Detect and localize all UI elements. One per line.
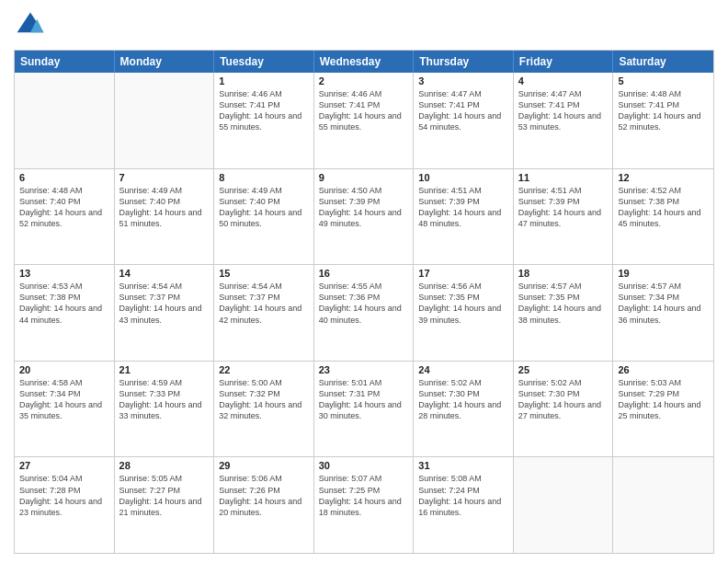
cell-detail: Sunrise: 4:51 AM Sunset: 7:39 PM Dayligh… xyxy=(518,185,609,230)
day-number: 16 xyxy=(319,268,409,279)
calendar-cell xyxy=(613,457,713,553)
day-number: 13 xyxy=(19,268,109,279)
calendar-row-1: 6Sunrise: 4:48 AM Sunset: 7:40 PM Daylig… xyxy=(15,168,713,265)
cell-detail: Sunrise: 4:51 AM Sunset: 7:39 PM Dayligh… xyxy=(418,185,508,230)
cell-detail: Sunrise: 4:57 AM Sunset: 7:34 PM Dayligh… xyxy=(618,281,709,326)
header-day-wednesday: Wednesday xyxy=(314,51,415,73)
cell-detail: Sunrise: 4:54 AM Sunset: 7:37 PM Dayligh… xyxy=(119,281,210,326)
header-day-friday: Friday xyxy=(514,51,614,73)
day-number: 5 xyxy=(618,75,709,86)
calendar-cell: 10Sunrise: 4:51 AM Sunset: 7:39 PM Dayli… xyxy=(414,169,514,265)
day-number: 14 xyxy=(119,268,210,279)
calendar-cell: 26Sunrise: 5:03 AM Sunset: 7:29 PM Dayli… xyxy=(613,362,713,457)
calendar-body: 1Sunrise: 4:46 AM Sunset: 7:41 PM Daylig… xyxy=(15,73,713,553)
calendar-cell: 8Sunrise: 4:49 AM Sunset: 7:40 PM Daylig… xyxy=(214,169,314,265)
cell-detail: Sunrise: 4:47 AM Sunset: 7:41 PM Dayligh… xyxy=(518,88,609,133)
day-number: 3 xyxy=(418,75,508,86)
calendar-cell: 12Sunrise: 4:52 AM Sunset: 7:38 PM Dayli… xyxy=(613,169,713,265)
calendar-cell: 24Sunrise: 5:02 AM Sunset: 7:30 PM Dayli… xyxy=(414,362,514,457)
calendar-cell: 20Sunrise: 4:58 AM Sunset: 7:34 PM Dayli… xyxy=(15,362,115,457)
cell-detail: Sunrise: 4:49 AM Sunset: 7:40 PM Dayligh… xyxy=(219,185,309,230)
cell-detail: Sunrise: 4:46 AM Sunset: 7:41 PM Dayligh… xyxy=(219,88,309,133)
calendar-cell: 7Sunrise: 4:49 AM Sunset: 7:40 PM Daylig… xyxy=(115,169,215,265)
calendar-cell: 2Sunrise: 4:46 AM Sunset: 7:41 PM Daylig… xyxy=(314,73,415,168)
calendar-row-4: 27Sunrise: 5:04 AM Sunset: 7:28 PM Dayli… xyxy=(15,456,713,553)
calendar-cell: 27Sunrise: 5:04 AM Sunset: 7:28 PM Dayli… xyxy=(15,457,115,553)
calendar-cell xyxy=(15,73,115,168)
calendar-cell: 16Sunrise: 4:55 AM Sunset: 7:36 PM Dayli… xyxy=(314,265,415,361)
calendar-row-3: 20Sunrise: 4:58 AM Sunset: 7:34 PM Dayli… xyxy=(15,361,713,457)
day-number: 30 xyxy=(319,460,409,471)
cell-detail: Sunrise: 5:04 AM Sunset: 7:28 PM Dayligh… xyxy=(19,473,109,518)
cell-detail: Sunrise: 5:03 AM Sunset: 7:29 PM Dayligh… xyxy=(618,377,709,422)
day-number: 9 xyxy=(319,172,409,183)
cell-detail: Sunrise: 5:08 AM Sunset: 7:24 PM Dayligh… xyxy=(418,473,508,518)
day-number: 17 xyxy=(418,268,508,279)
day-number: 22 xyxy=(219,364,309,375)
calendar-cell: 17Sunrise: 4:56 AM Sunset: 7:35 PM Dayli… xyxy=(414,265,514,361)
cell-detail: Sunrise: 5:05 AM Sunset: 7:27 PM Dayligh… xyxy=(119,473,210,518)
day-number: 23 xyxy=(319,364,409,375)
day-number: 8 xyxy=(219,172,309,183)
calendar-cell: 6Sunrise: 4:48 AM Sunset: 7:40 PM Daylig… xyxy=(15,169,115,265)
calendar-cell: 23Sunrise: 5:01 AM Sunset: 7:31 PM Dayli… xyxy=(314,362,415,457)
day-number: 25 xyxy=(518,364,609,375)
calendar-cell: 25Sunrise: 5:02 AM Sunset: 7:30 PM Dayli… xyxy=(514,362,614,457)
calendar-cell: 4Sunrise: 4:47 AM Sunset: 7:41 PM Daylig… xyxy=(514,73,614,168)
cell-detail: Sunrise: 4:59 AM Sunset: 7:33 PM Dayligh… xyxy=(119,377,210,422)
page: SundayMondayTuesdayWednesdayThursdayFrid… xyxy=(0,0,728,563)
day-number: 15 xyxy=(219,268,309,279)
day-number: 24 xyxy=(418,364,508,375)
logo xyxy=(14,9,52,42)
calendar-cell: 3Sunrise: 4:47 AM Sunset: 7:41 PM Daylig… xyxy=(414,73,514,168)
day-number: 2 xyxy=(319,75,409,86)
calendar-cell: 15Sunrise: 4:54 AM Sunset: 7:37 PM Dayli… xyxy=(214,265,314,361)
calendar-cell: 28Sunrise: 5:05 AM Sunset: 7:27 PM Dayli… xyxy=(115,457,215,553)
cell-detail: Sunrise: 4:57 AM Sunset: 7:35 PM Dayligh… xyxy=(518,281,609,326)
calendar-header: SundayMondayTuesdayWednesdayThursdayFrid… xyxy=(15,51,713,73)
calendar: SundayMondayTuesdayWednesdayThursdayFrid… xyxy=(14,50,714,554)
calendar-cell: 30Sunrise: 5:07 AM Sunset: 7:25 PM Dayli… xyxy=(314,457,415,553)
day-number: 12 xyxy=(618,172,709,183)
header-day-saturday: Saturday xyxy=(613,51,713,73)
calendar-cell: 31Sunrise: 5:08 AM Sunset: 7:24 PM Dayli… xyxy=(414,457,514,553)
cell-detail: Sunrise: 5:00 AM Sunset: 7:32 PM Dayligh… xyxy=(219,377,309,422)
cell-detail: Sunrise: 5:02 AM Sunset: 7:30 PM Dayligh… xyxy=(518,377,609,422)
calendar-cell: 5Sunrise: 4:48 AM Sunset: 7:41 PM Daylig… xyxy=(613,73,713,168)
header-day-monday: Monday xyxy=(115,51,215,73)
calendar-cell xyxy=(514,457,614,553)
cell-detail: Sunrise: 4:55 AM Sunset: 7:36 PM Dayligh… xyxy=(319,281,409,326)
calendar-cell xyxy=(115,73,215,168)
day-number: 19 xyxy=(618,268,709,279)
day-number: 7 xyxy=(119,172,210,183)
cell-detail: Sunrise: 4:56 AM Sunset: 7:35 PM Dayligh… xyxy=(418,281,508,326)
cell-detail: Sunrise: 5:06 AM Sunset: 7:26 PM Dayligh… xyxy=(219,473,309,518)
cell-detail: Sunrise: 4:47 AM Sunset: 7:41 PM Dayligh… xyxy=(418,88,508,133)
logo-icon xyxy=(14,9,47,42)
cell-detail: Sunrise: 5:01 AM Sunset: 7:31 PM Dayligh… xyxy=(319,377,409,422)
day-number: 10 xyxy=(418,172,508,183)
calendar-cell: 9Sunrise: 4:50 AM Sunset: 7:39 PM Daylig… xyxy=(314,169,415,265)
day-number: 21 xyxy=(119,364,210,375)
day-number: 18 xyxy=(518,268,609,279)
header-day-sunday: Sunday xyxy=(15,51,115,73)
cell-detail: Sunrise: 5:02 AM Sunset: 7:30 PM Dayligh… xyxy=(418,377,508,422)
cell-detail: Sunrise: 4:52 AM Sunset: 7:38 PM Dayligh… xyxy=(618,185,709,230)
day-number: 4 xyxy=(518,75,609,86)
day-number: 11 xyxy=(518,172,609,183)
cell-detail: Sunrise: 4:48 AM Sunset: 7:40 PM Dayligh… xyxy=(19,185,109,230)
calendar-cell: 29Sunrise: 5:06 AM Sunset: 7:26 PM Dayli… xyxy=(214,457,314,553)
cell-detail: Sunrise: 4:54 AM Sunset: 7:37 PM Dayligh… xyxy=(219,281,309,326)
calendar-cell: 11Sunrise: 4:51 AM Sunset: 7:39 PM Dayli… xyxy=(514,169,614,265)
header-day-tuesday: Tuesday xyxy=(214,51,314,73)
calendar-cell: 1Sunrise: 4:46 AM Sunset: 7:41 PM Daylig… xyxy=(214,73,314,168)
day-number: 20 xyxy=(19,364,109,375)
day-number: 28 xyxy=(119,460,210,471)
calendar-cell: 18Sunrise: 4:57 AM Sunset: 7:35 PM Dayli… xyxy=(514,265,614,361)
calendar-cell: 14Sunrise: 4:54 AM Sunset: 7:37 PM Dayli… xyxy=(115,265,215,361)
day-number: 6 xyxy=(19,172,109,183)
calendar-cell: 19Sunrise: 4:57 AM Sunset: 7:34 PM Dayli… xyxy=(613,265,713,361)
header-day-thursday: Thursday xyxy=(414,51,514,73)
calendar-cell: 13Sunrise: 4:53 AM Sunset: 7:38 PM Dayli… xyxy=(15,265,115,361)
calendar-cell: 22Sunrise: 5:00 AM Sunset: 7:32 PM Dayli… xyxy=(214,362,314,457)
